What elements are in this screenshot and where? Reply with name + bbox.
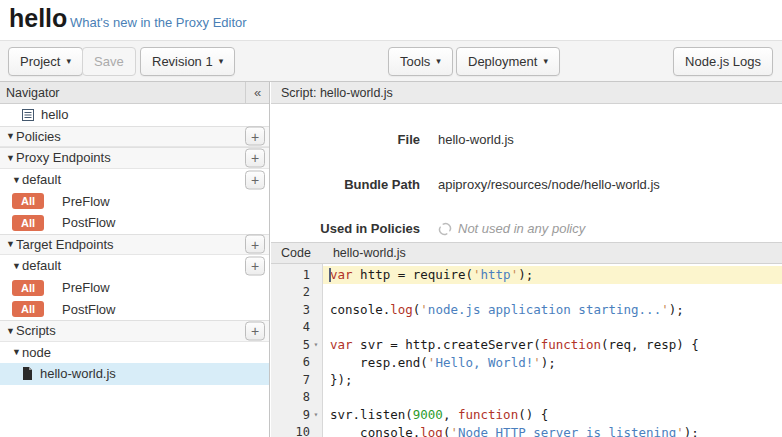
script-panel-title: Script: hello-world.js	[281, 86, 393, 100]
navigator-section-target-endpoints[interactable]: ▼ Target Endpoints +	[0, 234, 269, 256]
code-line[interactable]	[323, 319, 782, 337]
revision-menu-label: Revision 1	[152, 54, 213, 69]
field-file: File hello-world.js	[271, 132, 782, 147]
navigator-pane: Navigator « hello ▼ Policies + ▼ Proxy E…	[0, 82, 270, 437]
chevron-down-icon: ▼	[11, 175, 22, 185]
navigator-section-policies[interactable]: ▼ Policies +	[0, 126, 269, 148]
deployment-menu-button[interactable]: Deployment ▾	[456, 47, 560, 76]
project-menu-label: Project	[20, 54, 60, 69]
code-header-filename: hello-world.js	[333, 246, 406, 260]
code-header: Code hello-world.js	[271, 242, 782, 264]
save-button-label: Save	[94, 54, 124, 69]
flow-label: PostFlow	[62, 215, 115, 230]
code-line[interactable]: svr.listen(9000, function() {	[323, 406, 782, 424]
navigator-item-target-preflow[interactable]: All PreFlow	[0, 277, 269, 299]
code-lines[interactable]: var http = require('http');console.log('…	[323, 264, 782, 437]
line-number: 4	[271, 319, 322, 337]
add-flow-button[interactable]: +	[245, 170, 265, 189]
chevron-down-icon: ▼	[11, 347, 22, 357]
empty-policy-text: Not used in any policy	[458, 221, 585, 236]
nodejs-logs-label: Node.js Logs	[685, 54, 761, 69]
field-value: hello-world.js	[438, 132, 514, 147]
line-number: 8	[271, 389, 322, 407]
content-area: Navigator « hello ▼ Policies + ▼ Proxy E…	[0, 82, 782, 437]
navigator-item-target-postflow[interactable]: All PostFlow	[0, 298, 269, 320]
field-value: apiproxy/resources/node/hello-world.js	[438, 177, 660, 192]
revision-menu-button[interactable]: Revision 1 ▾	[140, 47, 235, 76]
code-line[interactable]: resp.end('Hello, World!');	[323, 354, 782, 372]
toolbar: Project ▾ Save Revision 1 ▾ Tools ▾ Depl…	[0, 40, 782, 82]
add-script-button[interactable]: +	[245, 321, 265, 340]
line-number: 1	[271, 266, 322, 284]
line-number: 7	[271, 371, 322, 389]
chevron-down-icon: ▼	[11, 261, 22, 271]
field-label: Used in Policies	[271, 221, 420, 236]
navigator-item-label: hello-world.js	[40, 366, 116, 381]
all-badge: All	[12, 280, 44, 296]
add-target-endpoint-button[interactable]: +	[245, 235, 265, 254]
code-editor[interactable]: 12345▾6789▾1011 var http = require('http…	[271, 264, 782, 437]
field-label: File	[271, 132, 420, 147]
fold-arrow-icon[interactable]: ▾	[310, 410, 322, 419]
navigator-item-proxy-default[interactable]: ▼ default +	[0, 169, 269, 191]
endpoint-label: default	[22, 172, 61, 187]
all-badge: All	[12, 193, 44, 209]
line-number: 10	[271, 424, 322, 437]
code-line[interactable]: var http = require('http');	[323, 266, 782, 284]
code-line[interactable]	[323, 284, 782, 302]
empty-policy-value: Not used in any policy	[438, 221, 585, 236]
code-line[interactable]: });	[323, 371, 782, 389]
collapse-panel-icon[interactable]: «	[245, 82, 269, 103]
nodejs-logs-button[interactable]: Node.js Logs	[673, 47, 773, 76]
navigator-section-proxy-endpoints[interactable]: ▼ Proxy Endpoints +	[0, 147, 269, 169]
endpoint-label: default	[22, 258, 61, 273]
whats-new-link[interactable]: What's new in the Proxy Editor	[70, 15, 247, 30]
navigator-item-proxy-preflow[interactable]: All PreFlow	[0, 190, 269, 212]
field-used-in-policies: Used in Policies Not used in any policy	[271, 221, 782, 236]
navigator-item-proxy-postflow[interactable]: All PostFlow	[0, 212, 269, 234]
broken-link-icon	[438, 222, 452, 236]
field-label: Bundle Path	[271, 177, 420, 192]
line-number: 9▾	[271, 406, 322, 424]
add-policy-button[interactable]: +	[245, 127, 265, 146]
script-panel-titlebar: Script: hello-world.js	[271, 82, 782, 104]
chevron-down-icon: ▾	[436, 57, 441, 66]
save-button[interactable]: Save	[82, 47, 136, 76]
flow-label: PreFlow	[62, 194, 110, 209]
code-line[interactable]: var svr = http.createServer(function(req…	[323, 336, 782, 354]
navigator-section-scripts[interactable]: ▼ Scripts +	[0, 320, 269, 342]
navigator-item-proxy-overview[interactable]: hello	[0, 104, 269, 126]
tools-menu-button[interactable]: Tools ▾	[388, 47, 453, 76]
script-detail-panel: Script: hello-world.js File hello-world.…	[271, 82, 782, 437]
text-cursor	[329, 268, 331, 282]
chevron-down-icon: ▾	[543, 57, 548, 66]
chevron-down-icon: ▼	[5, 239, 16, 249]
section-label: Target Endpoints	[16, 237, 114, 252]
page-header: hello What's new in the Proxy Editor	[0, 0, 782, 40]
chevron-down-icon: ▾	[66, 57, 71, 66]
folder-label: node	[22, 345, 51, 360]
section-label: Proxy Endpoints	[16, 150, 111, 165]
deployment-menu-label: Deployment	[468, 54, 537, 69]
chevron-down-icon: ▾	[219, 57, 224, 66]
line-number: 6	[271, 354, 322, 372]
navigator-header: Navigator «	[0, 82, 269, 104]
code-line[interactable]: console.log('node.js application startin…	[323, 301, 782, 319]
tools-menu-label: Tools	[400, 54, 430, 69]
project-menu-button[interactable]: Project ▾	[8, 47, 83, 76]
line-number: 5▾	[271, 336, 322, 354]
fold-arrow-icon[interactable]: ▾	[310, 340, 322, 349]
navigator-item-target-default[interactable]: ▼ default +	[0, 255, 269, 277]
all-badge: All	[12, 301, 44, 317]
navigator-item-node-folder[interactable]: ▼ node	[0, 342, 269, 364]
code-line[interactable]	[323, 389, 782, 407]
code-header-label: Code	[281, 246, 311, 260]
navigator-item-hello-world-js[interactable]: hello-world.js	[0, 363, 269, 385]
script-metadata: File hello-world.js Bundle Path apiproxy…	[271, 104, 782, 242]
code-line[interactable]: console.log('Node HTTP server is listeni…	[323, 424, 782, 437]
proxy-editor-app: hello What's new in the Proxy Editor Pro…	[0, 0, 782, 437]
add-proxy-endpoint-button[interactable]: +	[245, 148, 265, 167]
add-flow-button[interactable]: +	[245, 256, 265, 275]
chevron-down-icon: ▼	[5, 131, 16, 141]
chevron-down-icon: ▼	[5, 153, 16, 163]
